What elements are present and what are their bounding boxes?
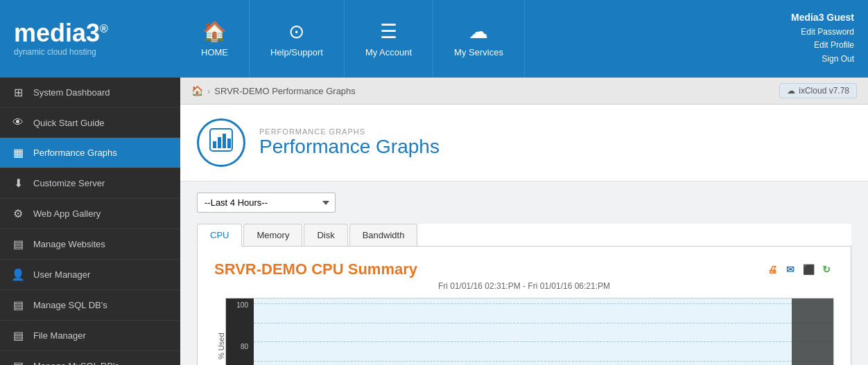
tab-disk[interactable]: Disk: [304, 224, 347, 246]
sidebar-item-customize-server[interactable]: ⬇ Customize Server: [0, 168, 180, 199]
home-icon: 🏠: [202, 20, 227, 43]
brand-name: media3®: [14, 21, 108, 46]
sidebar-item-web-app-gallery[interactable]: ⚙ Web App Gallery: [0, 199, 180, 229]
graph-title-text: SRVR-DEMO CPU Summary: [214, 260, 417, 278]
nav-services-label: My Services: [454, 47, 503, 57]
page-icon-circle: [197, 118, 245, 167]
nav-home[interactable]: 🏠 HOME: [180, 0, 250, 78]
nav-account[interactable]: ☰ My Account: [345, 0, 433, 78]
chart-grid-line-60: [254, 341, 833, 342]
sidebar-item-performance-graphs[interactable]: ▦ Performance Graphs: [0, 138, 180, 168]
tabs-row: CPU Memory Disk Bandwidth: [197, 224, 851, 247]
time-filter-row: --Last 4 Hours-- Last 24 Hours Last 7 Da…: [197, 193, 851, 213]
content-area: --Last 4 Hours-- Last 24 Hours Last 7 Da…: [180, 181, 868, 365]
breadcrumb-current: SRVR-DEMO Performance Graphs: [214, 86, 356, 96]
pdf-icon[interactable]: ⬛: [801, 262, 816, 277]
chart-y-tick-80: 80: [229, 343, 251, 350]
page-subtitle: PERFORMANCE GRAPHS: [259, 127, 440, 136]
ixcloud-badge: ☁ ixCloud v7.78: [779, 83, 857, 98]
sidebar-item-manage-mysql-label: Manage MySQL DB's: [33, 361, 119, 365]
svg-rect-3: [223, 134, 226, 148]
chart-grid-line-40: [254, 361, 833, 362]
nav-help-label: Help/Support: [270, 47, 323, 57]
user-area: Media3 Guest Edit Password Edit Profile …: [764, 0, 868, 78]
brand-tagline: dynamic cloud hosting: [14, 47, 108, 57]
chart-grid-line-80: [254, 323, 833, 323]
account-icon: ☰: [380, 20, 397, 43]
sign-out-link[interactable]: Sign Out: [801, 53, 854, 66]
user-links: Edit Password Edit Profile Sign Out: [801, 26, 854, 66]
chart-wrapper: % Used 100 80 60: [214, 298, 834, 365]
logo: media3® dynamic cloud hosting: [14, 21, 108, 57]
graph-title-row: SRVR-DEMO CPU Summary 🖨 ✉ ⬛ ↻: [214, 260, 834, 278]
performance-graphs-page-icon: [209, 127, 234, 158]
sidebar-item-quick-start[interactable]: 👁 Quick Start Guide: [0, 108, 180, 138]
manage-sql-icon: ▤: [11, 299, 25, 312]
graph-date-range: Fri 01/01/16 02:31:PM - Fri 01/01/16 06:…: [214, 281, 834, 291]
page-header: PERFORMANCE GRAPHS Performance Graphs: [180, 105, 868, 181]
user-manager-icon: 👤: [11, 268, 25, 281]
customize-server-icon: ⬇: [11, 177, 25, 190]
time-filter-select[interactable]: --Last 4 Hours-- Last 24 Hours Last 7 Da…: [197, 193, 336, 213]
nav-help[interactable]: ⊙ Help/Support: [250, 0, 345, 78]
sidebar-item-user-manager[interactable]: 👤 User Manager: [0, 260, 180, 290]
main-layout: ⊞ System Dashboard 👁 Quick Start Guide ▦…: [0, 78, 868, 365]
nav-account-label: My Account: [365, 47, 412, 57]
nav-services[interactable]: ☁ My Services: [433, 0, 525, 78]
breadcrumb-separator: ›: [207, 86, 210, 96]
sidebar: ⊞ System Dashboard 👁 Quick Start Guide ▦…: [0, 78, 180, 365]
file-manager-icon: ▤: [11, 329, 25, 342]
breadcrumb: 🏠 › SRVR-DEMO Performance Graphs: [191, 85, 356, 96]
services-icon: ☁: [469, 20, 488, 43]
graph-actions: 🖨 ✉ ⬛ ↻: [765, 262, 834, 277]
chart-y-tick-100: 100: [229, 301, 251, 309]
edit-password-link[interactable]: Edit Password: [801, 26, 854, 39]
sidebar-item-performance-graphs-label: Performance Graphs: [33, 148, 117, 158]
chart-inner: [254, 299, 833, 365]
quick-start-icon: 👁: [11, 116, 25, 129]
email-icon[interactable]: ✉: [783, 262, 798, 277]
breadcrumb-bar: 🏠 › SRVR-DEMO Performance Graphs ☁ ixClo…: [180, 78, 868, 105]
page-title: Performance Graphs: [259, 136, 440, 158]
sidebar-item-quick-start-label: Quick Start Guide: [33, 118, 105, 128]
chart-y-axis: 100 80 60: [226, 299, 254, 365]
main-content: 🏠 › SRVR-DEMO Performance Graphs ☁ ixClo…: [180, 78, 868, 365]
manage-mysql-icon: ▤: [11, 359, 25, 365]
edit-profile-link[interactable]: Edit Profile: [801, 39, 854, 52]
top-header: media3® dynamic cloud hosting 🏠 HOME ⊙ H…: [0, 0, 868, 78]
sidebar-item-manage-websites[interactable]: ▤ Manage Websites: [0, 229, 180, 260]
sidebar-item-web-app-gallery-label: Web App Gallery: [33, 208, 101, 219]
sidebar-item-file-manager-label: File Manager: [33, 330, 86, 341]
sidebar-item-system-dashboard-label: System Dashboard: [33, 87, 110, 98]
sidebar-item-manage-mysql[interactable]: ▤ Manage MySQL DB's: [0, 351, 180, 365]
sidebar-item-manage-sql-label: Manage SQL DB's: [33, 300, 107, 310]
ixcloud-version: ixCloud v7.78: [799, 86, 849, 96]
cloud-icon: ☁: [787, 86, 795, 96]
graph-container: SRVR-DEMO CPU Summary 🖨 ✉ ⬛ ↻ Fri 01/01/…: [197, 247, 851, 365]
chart-right-dark-area: [792, 299, 833, 365]
chart-grid-line-100: [254, 303, 833, 304]
chart-area: 100 80 60: [225, 298, 834, 365]
page-title-area: PERFORMANCE GRAPHS Performance Graphs: [259, 127, 440, 158]
sidebar-item-user-manager-label: User Manager: [33, 269, 90, 280]
print-icon[interactable]: 🖨: [765, 262, 780, 277]
sidebar-item-system-dashboard[interactable]: ⊞ System Dashboard: [0, 78, 180, 108]
main-nav: 🏠 HOME ⊙ Help/Support ☰ My Account ☁ My …: [180, 0, 764, 78]
sidebar-item-manage-sql[interactable]: ▤ Manage SQL DB's: [0, 290, 180, 321]
sidebar-item-customize-server-label: Customize Server: [33, 178, 105, 188]
svg-rect-2: [218, 137, 221, 148]
system-dashboard-icon: ⊞: [11, 86, 25, 99]
chart-y-label: % Used: [214, 298, 225, 365]
sidebar-item-file-manager[interactable]: ▤ File Manager: [0, 321, 180, 351]
breadcrumb-home-icon[interactable]: 🏠: [191, 85, 203, 96]
user-name: Media3 Guest: [791, 12, 854, 23]
refresh-icon[interactable]: ↻: [819, 262, 834, 277]
tab-memory[interactable]: Memory: [243, 224, 302, 246]
sidebar-item-manage-websites-label: Manage Websites: [33, 239, 105, 249]
logo-area: media3® dynamic cloud hosting: [0, 0, 180, 78]
svg-rect-1: [213, 141, 216, 148]
tab-bandwidth[interactable]: Bandwidth: [349, 224, 418, 246]
performance-graphs-icon: ▦: [11, 146, 25, 159]
tab-cpu[interactable]: CPU: [197, 224, 242, 247]
nav-home-label: HOME: [201, 47, 228, 57]
